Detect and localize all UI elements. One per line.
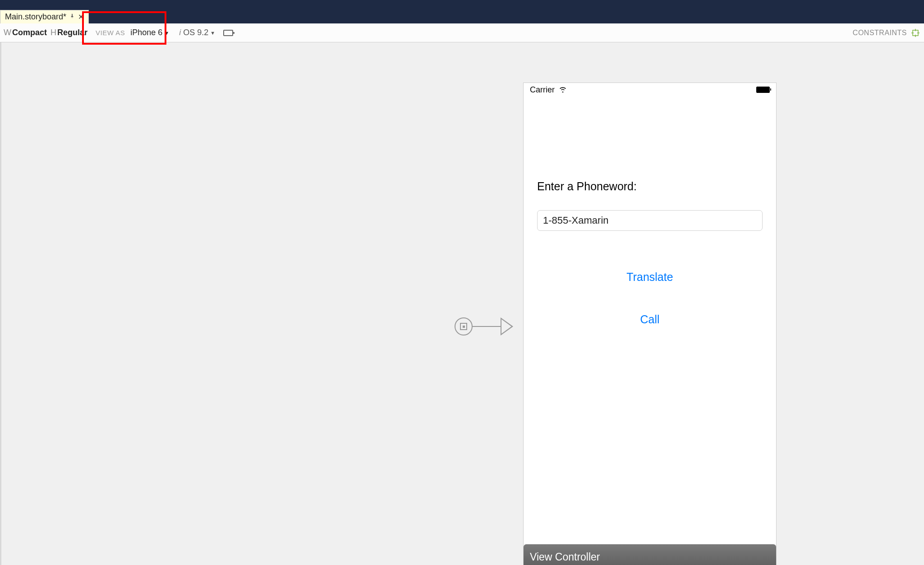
designer-canvas[interactable]: Carrier Enter a Phoneword: Translate Cal… — [0, 42, 924, 565]
document-tab[interactable]: Main.storyboard* ✕ — [0, 10, 89, 23]
call-button[interactable]: Call — [640, 313, 659, 326]
tab-bar: Main.storyboard* ✕ — [0, 10, 924, 23]
pin-icon[interactable] — [69, 12, 75, 22]
initial-view-controller-arrow[interactable] — [455, 317, 513, 335]
constraints-icon[interactable] — [911, 29, 919, 37]
device-dropdown[interactable]: iPhone 6 ▼ — [130, 28, 169, 37]
size-class-w-value: Compact — [12, 28, 47, 37]
tab-title: Main.storyboard* — [5, 12, 66, 22]
device-name: iPhone 6 — [130, 28, 162, 37]
view-as-label: VIEW AS — [96, 29, 125, 37]
status-bar-left: Carrier — [530, 85, 567, 95]
scene-title: View Controller — [530, 551, 600, 563]
top-banner — [0, 0, 924, 10]
toolbar-right: CONSTRAINTS — [853, 29, 919, 37]
size-class-w-prefix: W — [4, 28, 11, 37]
battery-icon — [756, 87, 770, 93]
os-version-dropdown[interactable]: i OS 9.2 ▼ — [179, 28, 215, 37]
segue-source-icon — [455, 317, 473, 335]
translate-button[interactable]: Translate — [626, 271, 673, 284]
os-version-text: OS 9.2 — [183, 28, 208, 37]
close-icon[interactable]: ✕ — [78, 14, 84, 21]
scene-bottom-bar[interactable]: View Controller — [524, 544, 776, 565]
phoneword-input[interactable] — [537, 210, 763, 231]
status-bar: Carrier — [524, 83, 776, 96]
wifi-icon — [558, 85, 567, 95]
segue-line — [473, 326, 501, 327]
app-content: Enter a Phoneword: Translate Call — [524, 96, 776, 326]
orientation-landscape-icon[interactable] — [223, 30, 233, 36]
caret-down-icon: ▼ — [210, 30, 215, 36]
size-class-selector[interactable]: W Compact H Regular — [4, 28, 87, 37]
designer-toolbar: W Compact H Regular VIEW AS iPhone 6 ▼ i… — [0, 23, 924, 42]
segue-arrowhead-icon — [501, 317, 513, 335]
ios-prefix: i — [179, 28, 181, 37]
caret-down-icon: ▼ — [164, 30, 169, 36]
phoneword-label: Enter a Phoneword: — [537, 180, 763, 193]
size-class-h-value: Regular — [57, 28, 87, 37]
iphone-preview[interactable]: Carrier Enter a Phoneword: Translate Cal… — [524, 83, 776, 565]
constraints-label: CONSTRAINTS — [853, 29, 907, 37]
carrier-label: Carrier — [530, 85, 555, 95]
tab-bar-background — [89, 10, 924, 23]
toolbar-left: W Compact H Regular VIEW AS iPhone 6 ▼ i… — [4, 28, 233, 37]
size-class-h-prefix: H — [51, 28, 56, 37]
